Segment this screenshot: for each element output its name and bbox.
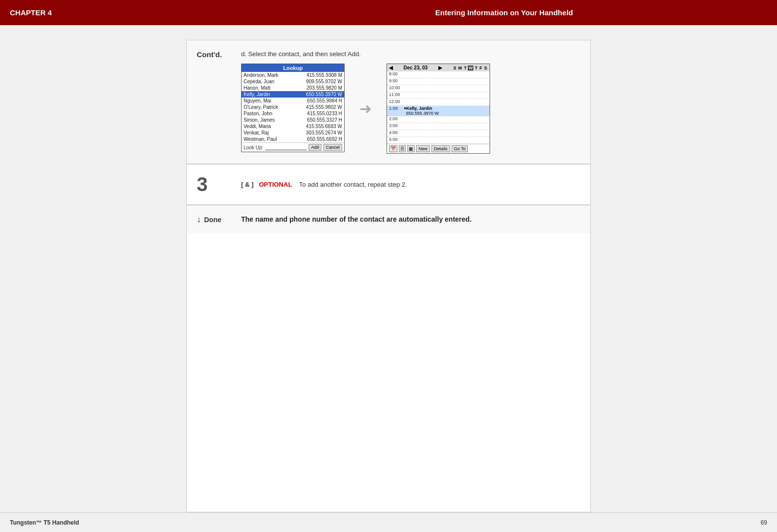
time-row: 8:00 [387, 71, 490, 78]
list-item: Pastori, John 415.555.0233 H [242, 110, 344, 117]
step3-text: To add another contact, repeat step 2. [299, 181, 407, 188]
page-footer: Tungsten™ T5 Handheld 69 [0, 512, 777, 532]
right-arrow-icon: ➜ [359, 100, 372, 117]
list-icon: ☰ [399, 145, 406, 152]
document-page: Cont'd. d. Select the contact, and then … [186, 40, 591, 512]
done-text: The name and phone number of the contact… [241, 214, 580, 225]
scheduler-footer: 📅 ☰ ▦ New Details Go To [387, 144, 490, 153]
lookup-list: Anderson, Mark 415.555.9308 M Cepeda, Ju… [242, 72, 344, 142]
done-label-group: ↓ Done [197, 214, 241, 225]
page-header: CHAPTER 4 Entering Information on Your H… [0, 0, 777, 25]
list-item: O'Leary, Patrick 415.555.9802 W [242, 104, 344, 110]
list-item: Hanon, Matt 203.555.9820 M [242, 85, 344, 91]
scheduler-date: Dec 23, 03 [404, 65, 428, 70]
list-item: Anderson, Mark 415.555.9308 M [242, 72, 344, 78]
nav-next-icon[interactable]: ▶ [438, 65, 442, 70]
lookup-title: Lookup [242, 64, 344, 72]
new-button[interactable]: New [416, 145, 430, 152]
section-done: ↓ Done The name and phone number of the … [187, 205, 590, 233]
time-row: 5:00 [387, 137, 490, 144]
look-up-label: Look Up: [244, 145, 263, 150]
scheduler-header: ◀ Dec 23, 03 ▶ S M T W T F S [387, 64, 490, 71]
grid-icon: ▦ [407, 145, 415, 152]
look-up-input[interactable] [265, 144, 307, 150]
optional-label: OPTIONAL [259, 181, 292, 188]
calendar-icon: 📅 [389, 145, 397, 152]
scheduler-dialog: ◀ Dec 23, 03 ▶ S M T W T F S [387, 64, 490, 154]
step3-content: [ & ] OPTIONAL To add another contact, r… [241, 181, 407, 188]
section-contd: Cont'd. d. Select the contact, and then … [187, 40, 590, 165]
scheduler-times: 8:00 9:00 10:00 11:00 [387, 71, 490, 144]
add-button[interactable]: Add [309, 144, 321, 151]
list-item: Nguyen, Mai 650.555.9984 H [242, 98, 344, 104]
list-item-selected[interactable]: Kelly, Jardin 650.555.3970 W [242, 91, 344, 98]
nav-prev-icon[interactable]: ◀ [389, 65, 393, 70]
time-row: 3:00 [387, 123, 490, 130]
step-d-text: d. Select the contact, and then select A… [241, 50, 580, 58]
time-row: 11:00 [387, 92, 490, 99]
cancel-button[interactable]: Cancel [323, 144, 342, 151]
lookup-dialog: Lookup Anderson, Mark 415.555.9308 M Cep… [241, 64, 345, 152]
contd-content: d. Select the contact, and then select A… [241, 50, 580, 154]
page-title: Entering Information on Your Handheld [241, 8, 767, 17]
list-item: Cepeda, Juan 909.555.9702 W [242, 78, 344, 85]
section-3: 3 [ & ] OPTIONAL To add another contact,… [187, 165, 590, 205]
time-row-event: 1:00 ● Kelly, Jardin 650.555.3970 W [387, 106, 490, 116]
list-item: Westman, Paul 650.555.6692 H [242, 136, 344, 142]
main-content: Cont'd. d. Select the contact, and then … [0, 25, 777, 512]
lookup-footer: Look Up: Add Cancel [242, 142, 344, 152]
footer-page-number: 69 [761, 519, 767, 526]
goto-button[interactable]: Go To [452, 145, 468, 152]
done-label: Done [204, 216, 221, 224]
time-row: 2:00 [387, 116, 490, 123]
bracket-label: [ & ] [241, 181, 253, 188]
footer-brand: Tungsten™ T5 Handheld [10, 519, 79, 526]
done-arrow-icon: ↓ [197, 214, 201, 225]
devices-row: Lookup Anderson, Mark 415.555.9308 M Cep… [241, 64, 580, 154]
contd-label: Cont'd. [197, 50, 241, 154]
time-row: 9:00 [387, 78, 490, 85]
chapter-label: CHAPTER 4 [10, 8, 241, 17]
day-labels: S M T W T F S [453, 66, 488, 70]
time-row: 4:00 [387, 130, 490, 137]
list-item: Venkat, Raj 303.555.2674 W [242, 130, 344, 136]
step-number-3: 3 [197, 173, 241, 196]
details-button[interactable]: Details [431, 145, 450, 152]
list-item: Simon, James 650.555.3327 H [242, 117, 344, 123]
time-row: 10:00 [387, 85, 490, 92]
time-row: 12:00 [387, 99, 490, 106]
list-item: Veddi, Maria 415.555.6683 W [242, 123, 344, 130]
